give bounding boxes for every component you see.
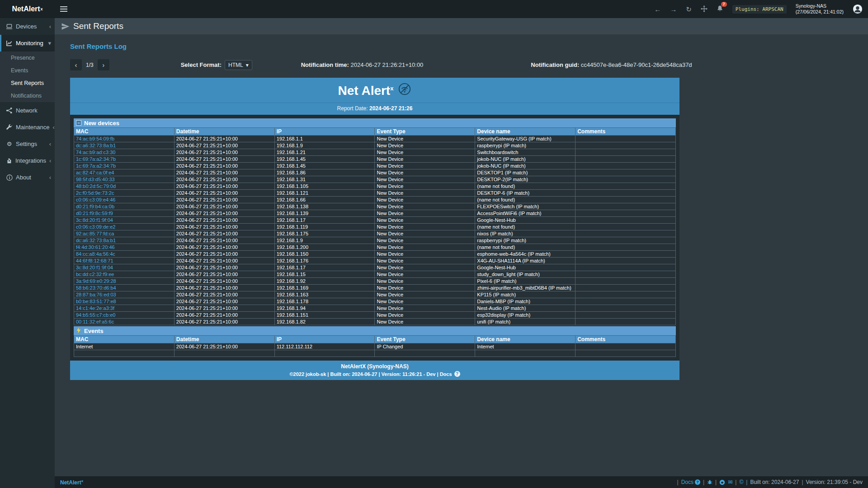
prev-page-button[interactable]: ‹ <box>70 59 82 70</box>
footer-brand-link[interactable]: NetAlertx <box>60 479 83 486</box>
mac-cell[interactable]: 44:6f:f8:12:68:71 <box>74 258 175 264</box>
sidebar-item-notifications[interactable]: Notifications <box>0 89 55 102</box>
mac-cell[interactable]: 14:c1:4e:2e:a3:3f <box>74 305 175 312</box>
sidebar-item-network[interactable]: Network <box>0 102 55 119</box>
mac-cell[interactable]: d0:21:f9:b4:ca:0b <box>74 203 175 210</box>
mac-cell[interactable]: f4:4d:30:61:20:46 <box>74 244 175 251</box>
notifications-bell[interactable]: 7 <box>717 5 723 14</box>
mac-cell[interactable]: 2c:f0:5d:9e:73:2c <box>74 190 175 197</box>
question-circle-icon[interactable]: ? <box>454 371 460 377</box>
mac-cell[interactable]: bc:dd:c2:32:f9:ee <box>74 271 175 278</box>
mac-cell[interactable]: 1c:69:7a:a2:34:7b <box>74 163 175 169</box>
comments-cell <box>576 163 676 169</box>
app-logo[interactable]: NetAlertx <box>0 0 55 18</box>
collapse-icon[interactable]: − <box>76 120 81 126</box>
table-row: 1c:69:7a:a2:34:7b2024-06-27 21:25:21+10:… <box>74 156 676 163</box>
column-header: IP <box>274 336 375 343</box>
forward-icon[interactable]: → <box>670 6 677 13</box>
report-body: − New devices MACDatetimeIPEvent TypeDev… <box>70 115 679 361</box>
datetime-cell: 2024-06-27 21:25:21+10:00 <box>174 149 274 156</box>
datetime-cell: 2024-06-27 21:25:21+10:00 <box>174 169 274 176</box>
report-title: Net Alertx <box>70 82 679 99</box>
comments-cell <box>576 237 676 244</box>
mac-cell[interactable]: d0:21:f9:8c:59:f9 <box>74 210 175 217</box>
sidebar-item-maintenance[interactable]: Maintenance ‹ <box>0 119 55 136</box>
wrench-icon <box>6 124 13 131</box>
datetime-cell: 2024-06-27 21:25:21+10:00 <box>174 136 274 142</box>
event_type-cell: New Device <box>375 258 475 264</box>
sidebar-item-events[interactable]: Events <box>0 64 55 77</box>
column-header: IP <box>274 128 375 136</box>
event_type-cell: New Device <box>375 217 475 224</box>
event_type-cell: New Device <box>375 285 475 291</box>
sidebar-toggle-button[interactable] <box>55 0 73 18</box>
notification-time: Notification time: 2024-06-27 21:26:21+1… <box>301 61 424 68</box>
table-row: 44:6f:f8:12:68:712024-06-27 21:25:21+10:… <box>74 258 676 264</box>
sidebar-item-devices[interactable]: Devices ‹ <box>0 18 55 35</box>
device_name-cell: Google-Nest-Hub <box>475 217 576 224</box>
mac-cell[interactable]: 84:cc:a8:4a:56:4c <box>74 251 175 258</box>
datetime-cell: 2024-06-27 21:25:21+10:00 <box>174 305 274 312</box>
sidebar-item-about[interactable]: About ‹ <box>0 169 55 186</box>
mac-cell: Internet <box>74 343 175 350</box>
device_name-cell: jokob-NUC (IP match) <box>475 156 576 163</box>
mac-cell[interactable]: 3a:9d:69:e0:29:28 <box>74 278 175 285</box>
app-logo-text: NetAlert <box>12 5 40 13</box>
mac-cell[interactable]: 3c:8d:20:f1:9f:04 <box>74 217 175 224</box>
mac-cell[interactable]: 28:87:ba:76:ed:03 <box>74 291 175 298</box>
sidebar-item-presence[interactable]: Presence <box>0 52 55 64</box>
lightning-icon <box>76 327 81 335</box>
sidebar-item-sent-reports[interactable]: Sent Reports <box>0 77 55 89</box>
device_name-cell: X4G-AU-SHA1114A (IP match) <box>475 258 576 264</box>
copyright-icon[interactable]: © <box>739 479 743 485</box>
refresh-icon[interactable]: ↻ <box>686 6 692 13</box>
table-header-row: MACDatetimeIPEvent TypeDevice nameCommen… <box>74 336 676 343</box>
event_type-cell: New Device <box>375 319 475 325</box>
mac-cell[interactable]: dc:a6:32:73:8a:b1 <box>74 237 175 244</box>
column-header: MAC <box>74 128 175 136</box>
user-avatar[interactable] <box>853 4 863 14</box>
mac-cell[interactable]: 74:ac:b9:54:09:fb <box>74 136 175 142</box>
event_type-cell: New Device <box>375 197 475 203</box>
mac-cell[interactable]: 58:b6:23:70:d6:b4 <box>74 285 175 291</box>
mac-cell[interactable]: 74:ac:b9:ad:c3:30 <box>74 149 175 156</box>
format-select[interactable]: HTML ▾ <box>225 60 252 70</box>
next-page-button[interactable]: › <box>98 59 109 70</box>
bug-report-icon[interactable] <box>707 479 712 485</box>
mac-cell[interactable]: b0:be:83:51:77:e8 <box>74 298 175 305</box>
sidebar-item-integrations[interactable]: Integrations ‹ <box>0 152 55 169</box>
device_name-cell: Internet <box>475 343 576 350</box>
mac-cell[interactable]: c0:06:c3:09:de:e2 <box>74 224 175 230</box>
mac-cell[interactable]: 00:11:32:ef:a5:6c <box>74 319 175 325</box>
mac-cell[interactable]: 98:5f:d3:d5:40:33 <box>74 176 175 183</box>
github-icon[interactable] <box>719 479 725 485</box>
report-date-value: 2024-06-27 21:26 <box>369 105 412 112</box>
mac-cell[interactable]: dc:a6:32:73:8a:b1 <box>74 142 175 149</box>
plugins-badge[interactable]: Plugins: ARPSCAN <box>732 5 787 14</box>
page-indicator: 1/3 <box>86 62 94 68</box>
mac-cell[interactable]: 94:b5:55:c7:cb:e0 <box>74 312 175 319</box>
mac-cell[interactable]: 92:ac:85:77:fd:ca <box>74 230 175 237</box>
mac-cell[interactable]: c0:06:c3:09:e4:46 <box>74 197 175 203</box>
netalertx-logo-icon <box>398 82 411 99</box>
comments-cell <box>576 264 676 271</box>
mac-cell[interactable]: 3c:8d:20:f1:9f:04 <box>74 264 175 271</box>
sent-reports-log-link[interactable]: Sent Reports Log <box>70 42 868 50</box>
report-controls: ‹ 1/3 › Select Format: HTML ▾ Notificati… <box>70 59 868 70</box>
table-row: c0:06:c3:09:de:e22024-06-27 21:25:21+10:… <box>74 224 676 230</box>
table-row: 3c:8d:20:f1:9f:042024-06-27 21:25:21+10:… <box>74 217 676 224</box>
sidebar-item-monitoring[interactable]: Monitoring ▾ <box>0 35 55 52</box>
new-devices-table: MACDatetimeIPEvent TypeDevice nameCommen… <box>74 127 676 325</box>
event_type-cell: New Device <box>375 278 475 285</box>
datetime-cell: 2024-06-27 21:25:21+10:00 <box>174 298 274 305</box>
docs-link[interactable]: Docs ? <box>681 479 700 485</box>
mac-cell[interactable]: 1c:69:7a:a2:34:7b <box>74 156 175 163</box>
mac-cell[interactable]: 48:b0:2d:5c:79:0d <box>74 183 175 190</box>
sidebar-item-settings[interactable]: ⚙ Settings ‹ <box>0 136 55 152</box>
mac-cell[interactable]: ac:82:47:ca:0f:e4 <box>74 169 175 176</box>
datetime-cell: 2024-06-27 21:25:21+10:00 <box>174 271 274 278</box>
mail-icon[interactable]: ✉ <box>728 479 732 485</box>
back-icon[interactable]: ← <box>654 6 661 13</box>
move-icon[interactable] <box>701 5 708 13</box>
table-row: dc:a6:32:73:8a:b12024-06-27 21:25:21+10:… <box>74 237 676 244</box>
